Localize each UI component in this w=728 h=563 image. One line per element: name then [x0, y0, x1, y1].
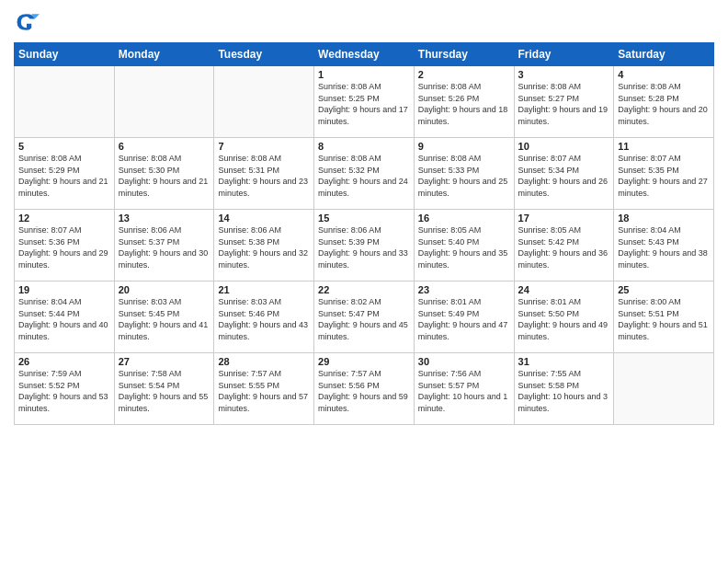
day-info: Sunrise: 8:06 AM Sunset: 5:39 PM Dayligh… — [318, 224, 410, 270]
weekday-header-row: SundayMondayTuesdayWednesdayThursdayFrid… — [15, 43, 714, 66]
day-number: 7 — [218, 141, 310, 152]
day-cell: 15Sunrise: 8:06 AM Sunset: 5:39 PM Dayli… — [314, 210, 415, 282]
day-cell: 14Sunrise: 8:06 AM Sunset: 5:38 PM Dayli… — [214, 210, 314, 282]
calendar: SundayMondayTuesdayWednesdayThursdayFrid… — [14, 42, 714, 425]
day-number: 14 — [218, 213, 310, 224]
day-cell: 1Sunrise: 8:08 AM Sunset: 5:25 PM Daylig… — [314, 66, 415, 138]
day-number: 3 — [518, 69, 610, 80]
day-info: Sunrise: 8:04 AM Sunset: 5:43 PM Dayligh… — [618, 224, 710, 270]
weekday-wednesday: Wednesday — [314, 43, 415, 66]
week-row-3: 12Sunrise: 8:07 AM Sunset: 5:36 PM Dayli… — [15, 210, 714, 282]
day-info: Sunrise: 8:08 AM Sunset: 5:28 PM Dayligh… — [618, 81, 710, 127]
day-cell: 7Sunrise: 8:08 AM Sunset: 5:31 PM Daylig… — [214, 138, 314, 210]
day-number: 23 — [418, 284, 510, 295]
day-number: 16 — [418, 213, 510, 224]
day-cell: 27Sunrise: 7:58 AM Sunset: 5:54 PM Dayli… — [114, 353, 214, 425]
day-info: Sunrise: 7:59 AM Sunset: 5:52 PM Dayligh… — [18, 368, 110, 414]
day-number: 4 — [618, 69, 710, 80]
day-info: Sunrise: 8:08 AM Sunset: 5:32 PM Dayligh… — [318, 153, 410, 199]
day-info: Sunrise: 8:02 AM Sunset: 5:47 PM Dayligh… — [318, 296, 410, 342]
day-info: Sunrise: 7:57 AM Sunset: 5:56 PM Dayligh… — [318, 368, 410, 414]
day-info: Sunrise: 7:55 AM Sunset: 5:58 PM Dayligh… — [518, 368, 610, 414]
day-info: Sunrise: 8:06 AM Sunset: 5:37 PM Dayligh… — [119, 224, 210, 270]
day-info: Sunrise: 8:08 AM Sunset: 5:31 PM Dayligh… — [218, 153, 310, 199]
day-info: Sunrise: 8:00 AM Sunset: 5:51 PM Dayligh… — [618, 296, 710, 342]
day-cell: 28Sunrise: 7:57 AM Sunset: 5:55 PM Dayli… — [214, 353, 314, 425]
day-number: 18 — [618, 213, 710, 224]
day-cell: 20Sunrise: 8:03 AM Sunset: 5:45 PM Dayli… — [114, 282, 214, 353]
day-cell: 3Sunrise: 8:08 AM Sunset: 5:27 PM Daylig… — [514, 66, 614, 138]
day-info: Sunrise: 8:07 AM Sunset: 5:34 PM Dayligh… — [518, 153, 610, 199]
day-cell: 9Sunrise: 8:08 AM Sunset: 5:33 PM Daylig… — [414, 138, 514, 210]
day-cell: 6Sunrise: 8:08 AM Sunset: 5:30 PM Daylig… — [114, 138, 214, 210]
day-cell: 30Sunrise: 7:56 AM Sunset: 5:57 PM Dayli… — [414, 353, 514, 425]
day-number: 13 — [119, 213, 210, 224]
weekday-thursday: Thursday — [414, 43, 514, 66]
day-cell: 4Sunrise: 8:08 AM Sunset: 5:28 PM Daylig… — [614, 66, 714, 138]
weekday-monday: Monday — [114, 43, 214, 66]
day-info: Sunrise: 8:07 AM Sunset: 5:36 PM Dayligh… — [18, 224, 110, 270]
day-number: 26 — [18, 356, 110, 367]
day-number: 22 — [318, 284, 410, 295]
day-number: 10 — [518, 141, 610, 152]
day-cell: 11Sunrise: 8:07 AM Sunset: 5:35 PM Dayli… — [614, 138, 714, 210]
day-info: Sunrise: 8:08 AM Sunset: 5:26 PM Dayligh… — [418, 81, 510, 127]
week-row-1: 1Sunrise: 8:08 AM Sunset: 5:25 PM Daylig… — [15, 66, 714, 138]
day-number: 28 — [218, 356, 310, 367]
day-info: Sunrise: 8:05 AM Sunset: 5:40 PM Dayligh… — [418, 224, 510, 270]
day-info: Sunrise: 8:05 AM Sunset: 5:42 PM Dayligh… — [518, 224, 610, 270]
weekday-tuesday: Tuesday — [214, 43, 314, 66]
day-number: 27 — [119, 356, 210, 367]
logo-icon — [14, 9, 40, 35]
day-cell: 22Sunrise: 8:02 AM Sunset: 5:47 PM Dayli… — [314, 282, 415, 353]
day-cell: 2Sunrise: 8:08 AM Sunset: 5:26 PM Daylig… — [414, 66, 514, 138]
day-cell: 12Sunrise: 8:07 AM Sunset: 5:36 PM Dayli… — [15, 210, 115, 282]
page: SundayMondayTuesdayWednesdayThursdayFrid… — [0, 0, 728, 563]
day-cell: 19Sunrise: 8:04 AM Sunset: 5:44 PM Dayli… — [15, 282, 115, 353]
day-cell: 17Sunrise: 8:05 AM Sunset: 5:42 PM Dayli… — [514, 210, 614, 282]
day-cell: 29Sunrise: 7:57 AM Sunset: 5:56 PM Dayli… — [314, 353, 415, 425]
day-cell: 10Sunrise: 8:07 AM Sunset: 5:34 PM Dayli… — [514, 138, 614, 210]
day-number: 15 — [318, 213, 410, 224]
week-row-5: 26Sunrise: 7:59 AM Sunset: 5:52 PM Dayli… — [15, 353, 714, 425]
day-cell: 23Sunrise: 8:01 AM Sunset: 5:49 PM Dayli… — [414, 282, 514, 353]
day-info: Sunrise: 8:03 AM Sunset: 5:46 PM Dayligh… — [218, 296, 310, 342]
weekday-sunday: Sunday — [15, 43, 115, 66]
day-cell: 31Sunrise: 7:55 AM Sunset: 5:58 PM Dayli… — [514, 353, 614, 425]
day-info: Sunrise: 8:08 AM Sunset: 5:27 PM Dayligh… — [518, 81, 610, 127]
day-number: 8 — [318, 141, 410, 152]
day-info: Sunrise: 8:07 AM Sunset: 5:35 PM Dayligh… — [618, 153, 710, 199]
day-number: 1 — [318, 69, 410, 80]
day-info: Sunrise: 7:58 AM Sunset: 5:54 PM Dayligh… — [119, 368, 210, 414]
day-number: 31 — [518, 356, 610, 367]
day-number: 29 — [318, 356, 410, 367]
weekday-saturday: Saturday — [614, 43, 714, 66]
day-cell — [15, 66, 115, 138]
day-cell: 18Sunrise: 8:04 AM Sunset: 5:43 PM Dayli… — [614, 210, 714, 282]
day-info: Sunrise: 8:08 AM Sunset: 5:33 PM Dayligh… — [418, 153, 510, 199]
day-number: 19 — [18, 284, 110, 295]
day-number: 17 — [518, 213, 610, 224]
day-cell — [614, 353, 714, 425]
day-info: Sunrise: 8:08 AM Sunset: 5:30 PM Dayligh… — [119, 153, 210, 199]
day-info: Sunrise: 7:57 AM Sunset: 5:55 PM Dayligh… — [218, 368, 310, 414]
day-number: 20 — [119, 284, 210, 295]
day-number: 9 — [418, 141, 510, 152]
day-cell — [114, 66, 214, 138]
day-number: 6 — [119, 141, 210, 152]
day-cell: 8Sunrise: 8:08 AM Sunset: 5:32 PM Daylig… — [314, 138, 415, 210]
day-cell: 13Sunrise: 8:06 AM Sunset: 5:37 PM Dayli… — [114, 210, 214, 282]
day-cell: 21Sunrise: 8:03 AM Sunset: 5:46 PM Dayli… — [214, 282, 314, 353]
day-number: 12 — [18, 213, 110, 224]
day-info: Sunrise: 8:01 AM Sunset: 5:50 PM Dayligh… — [518, 296, 610, 342]
day-info: Sunrise: 7:56 AM Sunset: 5:57 PM Dayligh… — [418, 368, 510, 414]
day-number: 24 — [518, 284, 610, 295]
day-number: 11 — [618, 141, 710, 152]
day-info: Sunrise: 8:01 AM Sunset: 5:49 PM Dayligh… — [418, 296, 510, 342]
day-cell: 24Sunrise: 8:01 AM Sunset: 5:50 PM Dayli… — [514, 282, 614, 353]
day-number: 2 — [418, 69, 510, 80]
day-info: Sunrise: 8:06 AM Sunset: 5:38 PM Dayligh… — [218, 224, 310, 270]
day-cell: 26Sunrise: 7:59 AM Sunset: 5:52 PM Dayli… — [15, 353, 115, 425]
day-info: Sunrise: 8:03 AM Sunset: 5:45 PM Dayligh… — [119, 296, 210, 342]
day-cell — [214, 66, 314, 138]
